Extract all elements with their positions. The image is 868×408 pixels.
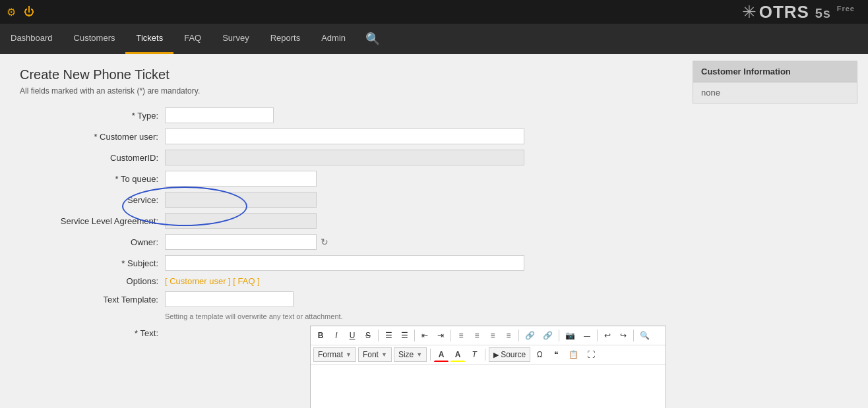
source-button[interactable]: ▶ Source [489, 347, 530, 362]
customer-info-header: Customer Information [693, 61, 857, 82]
options-row: Options: [ Customer user ] [ FAQ ] [20, 276, 666, 286]
customer-id-input[interactable] [165, 150, 524, 165]
template-note: Setting a template will overwrite any te… [165, 312, 666, 320]
toolbar-sep9 [485, 349, 485, 361]
underline-button[interactable]: U [345, 328, 359, 343]
text-row: * Text: B I U S ☰ ☰ ⇤ ⇥ ≡ ≡ ≡ [20, 326, 666, 408]
clear-format-button[interactable]: T [467, 347, 481, 362]
unordered-list-button[interactable]: ☰ [397, 328, 412, 343]
toolbar-sep7 [633, 330, 634, 341]
search-icon[interactable]: 🔍 [356, 24, 389, 54]
toolbar-sep8 [430, 349, 431, 361]
service-input[interactable] [165, 192, 317, 208]
type-label: * Type: [20, 111, 165, 121]
sla-input[interactable] [165, 213, 317, 229]
paste-text-button[interactable]: 📋 [565, 347, 582, 362]
customer-info-panel: Customer Information none [693, 61, 857, 103]
font-label: Font [363, 350, 379, 359]
customer-info-body: none [693, 82, 857, 103]
nav-admin[interactable]: Admin [311, 24, 356, 54]
to-queue-input[interactable] [165, 171, 317, 187]
customer-id-row: CustomerID: [20, 150, 666, 165]
bg-color-button[interactable]: A [450, 347, 465, 362]
ordered-list-button[interactable]: ☰ [381, 328, 396, 343]
toolbar-row1: B I U S ☰ ☰ ⇤ ⇥ ≡ ≡ ≡ ≡ 🔗 [311, 326, 666, 345]
form-area: Create New Phone Ticket All fields marke… [0, 54, 686, 408]
align-center-button[interactable]: ≡ [470, 328, 484, 343]
subject-label: * Subject: [20, 258, 165, 268]
unlink-button[interactable]: 🔗 [540, 328, 556, 343]
service-label: Service: [20, 195, 165, 205]
bold-button[interactable]: B [313, 328, 328, 343]
options-faq-link[interactable]: [ FAQ ] [233, 276, 259, 286]
logo-area: ✳ OTRS 5s Free [742, 1, 861, 22]
indent-increase-button[interactable]: ⇥ [433, 328, 448, 343]
customer-user-row: * Customer user: [20, 129, 666, 144]
topbar: ⚙ ⏻ ✳ OTRS 5s Free [0, 0, 868, 24]
sla-label: Service Level Agreement: [20, 216, 165, 226]
text-editor[interactable]: B I U S ☰ ☰ ⇤ ⇥ ≡ ≡ ≡ ≡ 🔗 [310, 326, 666, 408]
toolbar-sep3 [450, 330, 451, 341]
text-label: * Text: [20, 326, 165, 338]
size-label: Size [398, 350, 414, 359]
source-icon: ▶ [493, 351, 499, 359]
font-dropdown[interactable]: Font ▼ [358, 347, 392, 362]
owner-input-group: ↻ [165, 234, 328, 250]
toolbar-sep1 [378, 330, 379, 341]
align-right-button[interactable]: ≡ [485, 328, 500, 343]
source-label: Source [501, 350, 526, 359]
nav-reports[interactable]: Reports [260, 24, 311, 54]
customer-user-input[interactable] [165, 129, 524, 144]
format-arrow-icon: ▼ [346, 351, 352, 358]
align-left-button[interactable]: ≡ [454, 328, 468, 343]
navbar: Dashboard Customers Tickets FAQ Survey R… [0, 24, 868, 54]
indent-decrease-button[interactable]: ⇤ [418, 328, 432, 343]
toolbar-sep4 [518, 330, 519, 341]
service-sla-group: Service: Service Level Agreement: [20, 192, 666, 229]
text-template-label: Text Template: [20, 295, 165, 305]
hrule-button[interactable]: ― [580, 328, 594, 343]
format-dropdown[interactable]: Format ▼ [313, 347, 356, 362]
nav-tickets[interactable]: Tickets [125, 24, 173, 54]
logo-text: OTRS 5s Free [759, 1, 855, 22]
subject-row: * Subject: [20, 255, 666, 271]
refresh-icon[interactable]: ↻ [321, 237, 328, 247]
image-button[interactable]: 📷 [562, 328, 578, 343]
nav-customers[interactable]: Customers [63, 24, 126, 54]
sidebar: Customer Information none [686, 54, 864, 408]
settings-icon[interactable]: ⚙ [7, 6, 16, 18]
blockquote-button[interactable]: ❝ [549, 347, 563, 362]
link-button[interactable]: 🔗 [522, 328, 538, 343]
strikethrough-button[interactable]: S [361, 328, 375, 343]
undo-button[interactable]: ↩ [600, 328, 615, 343]
format-label: Format [318, 350, 343, 359]
special-chars-button[interactable]: Ω [532, 347, 547, 362]
owner-input[interactable] [165, 234, 317, 250]
text-template-input[interactable] [165, 291, 294, 307]
italic-button[interactable]: I [329, 328, 344, 343]
to-queue-label: * To queue: [20, 174, 165, 184]
type-row: * Type: [20, 107, 666, 123]
editor-body[interactable] [311, 364, 666, 408]
nav-faq[interactable]: FAQ [173, 24, 212, 54]
font-color-button[interactable]: A [434, 347, 449, 362]
owner-row: Owner: ↻ [20, 234, 666, 250]
power-icon[interactable]: ⏻ [24, 6, 34, 18]
mandatory-note: All fields marked with an asterisk (*) a… [20, 86, 666, 96]
service-row: Service: [20, 192, 666, 208]
justify-button[interactable]: ≡ [501, 328, 516, 343]
fullscreen-button[interactable]: ⛶ [584, 347, 598, 362]
subject-input[interactable] [165, 255, 524, 271]
customer-id-label: CustomerID: [20, 153, 165, 163]
size-dropdown[interactable]: Size ▼ [394, 347, 427, 362]
options-customer-user-link[interactable]: [ Customer user ] [165, 276, 231, 286]
redo-button[interactable]: ↪ [616, 328, 631, 343]
toolbar-sep5 [559, 330, 559, 341]
text-template-row: Text Template: [20, 291, 666, 307]
find-button[interactable]: 🔍 [636, 328, 653, 343]
nav-survey[interactable]: Survey [212, 24, 259, 54]
nav-dashboard[interactable]: Dashboard [0, 24, 63, 54]
sla-row: Service Level Agreement: [20, 213, 666, 229]
font-arrow-icon: ▼ [381, 351, 387, 358]
type-input[interactable] [165, 107, 274, 123]
